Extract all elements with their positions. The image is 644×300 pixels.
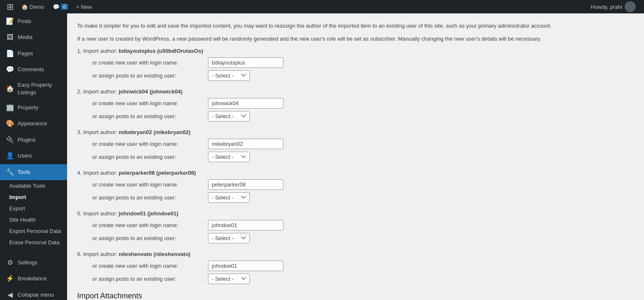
main-content: To make it simpler for you to edit and s… — [67, 13, 644, 300]
author-name-3: mikebryan02 (mikebryan02) — [119, 129, 190, 135]
author-3-create-input[interactable] — [208, 139, 283, 149]
sidebar-item-easy-property-listings[interactable]: 🏠 Easy Property Listings — [0, 78, 67, 100]
topbar-user: Howdy, prahi — [591, 1, 641, 12]
author-1-assign-row: or assign posts to an existing user: - S… — [77, 70, 634, 81]
author-1-create-input[interactable] — [208, 57, 283, 68]
comment-icon: 💬 — [53, 4, 60, 10]
avatar — [625, 1, 636, 12]
sidebar-item-tools-label: Tools — [18, 168, 30, 176]
author-2-create-row: or create new user with login name: — [77, 98, 634, 109]
author-title-2: 2. Import author: johnwick04 (johnwick04… — [77, 88, 634, 95]
author-2-create-label: or create new user with login name: — [92, 100, 205, 106]
author-2-assign-select[interactable]: - Select - — [208, 111, 250, 122]
author-5-assign-select[interactable]: - Select - — [208, 233, 250, 243]
sidebar-sub-available-tools[interactable]: Available Tools — [0, 180, 67, 191]
author-4-create-input[interactable] — [208, 179, 283, 190]
sidebar-item-easy-property-listings-label: Easy Property Listings — [18, 81, 63, 96]
sidebar-sub-export[interactable]: Export — [0, 203, 67, 214]
sidebar-item-settings[interactable]: ⚙ Settings — [0, 255, 67, 271]
sidebar-item-property[interactable]: 🏢 Property — [0, 100, 67, 116]
sidebar-item-appearance-label: Appearance — [18, 120, 47, 127]
author-3-create-row: or create new user with login name: — [77, 139, 634, 149]
sidebar: 📝 Posts 🖼 Media 📄 Pages 💬 Comments 🏠 Eas… — [0, 13, 67, 300]
sidebar-item-tools[interactable]: 🔧 Tools — [0, 164, 67, 180]
sidebar-item-settings-label: Settings — [18, 259, 37, 266]
sidebar-item-collapse-menu[interactable]: ◀ Collapse menu — [0, 287, 67, 300]
topbar-new-label: + New — [76, 4, 92, 10]
sidebar-item-property-label: Property — [18, 104, 38, 111]
author-6-assign-row: or assign posts to an existing user: - S… — [77, 274, 634, 284]
author-1-assign-select[interactable]: - Select - — [208, 70, 250, 81]
tools-icon: 🔧 — [6, 168, 14, 177]
author-3-assign-select[interactable]: - Select - — [208, 152, 250, 162]
author-1-create-label: or create new user with login name: — [92, 59, 205, 66]
author-4-create-label: or create new user with login name: — [92, 181, 205, 188]
author-5-assign-row: or assign posts to an existing user: - S… — [77, 233, 634, 243]
sidebar-item-breakdance-label: Breakdance — [18, 275, 47, 282]
author-name-2: johnwick04 (johnwick04) — [119, 88, 182, 95]
sidebar-item-breakdance[interactable]: ⚡ Breakdance — [0, 271, 67, 287]
info-text-1: To make it simpler for you to edit and s… — [77, 22, 634, 31]
sidebar-item-posts[interactable]: 📝 Posts — [0, 13, 67, 29]
author-block-6: 6. Import author: nileshenvato (nileshen… — [77, 251, 634, 284]
sidebar-sub-site-health[interactable]: Site Health — [0, 214, 67, 225]
sidebar-item-plugins-label: Plugins — [18, 136, 36, 144]
topbar-demo[interactable]: 🏠 Demo — [17, 0, 49, 13]
author-4-create-row: or create new user with login name: — [77, 179, 634, 190]
property-icon: 🏢 — [6, 103, 14, 112]
author-2-assign-row: or assign posts to an existing user: - S… — [77, 111, 634, 122]
posts-icon: 📝 — [6, 17, 14, 26]
topbar-comments[interactable]: 💬 0 — [49, 0, 72, 13]
import-attachments-section: Import Attachments Download and import f… — [77, 292, 634, 300]
sidebar-sub-import[interactable]: Import — [0, 191, 67, 203]
site-health-label: Site Health — [9, 217, 36, 223]
sidebar-item-media-label: Media — [18, 34, 32, 41]
topbar-demo-label: Demo — [30, 4, 44, 10]
erase-personal-data-label: Erase Personal Data — [9, 239, 60, 246]
sidebar-item-plugins[interactable]: 🔌 Plugins — [0, 132, 67, 148]
topbar-new[interactable]: + New — [72, 0, 96, 13]
import-attachments-title: Import Attachments — [77, 292, 634, 300]
sidebar-item-comments[interactable]: 💬 Comments — [0, 62, 67, 78]
author-6-create-input[interactable] — [208, 261, 283, 271]
topbar-user-label: Howdy, prahi — [591, 4, 622, 10]
author-5-create-row: or create new user with login name: — [77, 220, 634, 230]
sidebar-item-users-label: Users — [18, 152, 32, 160]
author-3-assign-row: or assign posts to an existing user: - S… — [77, 152, 634, 162]
comment-badge: 0 — [61, 4, 68, 10]
author-block-5: 5. Import author: johndoe01 (johndoe01) … — [77, 210, 634, 243]
available-tools-label: Available Tools — [9, 183, 45, 189]
export-label: Export — [9, 205, 25, 212]
sidebar-item-posts-label: Posts — [18, 18, 31, 25]
author-block-3: 3. Import author: mikebryan02 (mikebryan… — [77, 129, 634, 162]
author-4-assign-select[interactable]: - Select - — [208, 192, 250, 203]
author-title-1: 1. Import author: bdlayoutsplus (u50bdlO… — [77, 48, 634, 54]
import-label: Import — [9, 194, 26, 200]
author-5-create-input[interactable] — [208, 220, 283, 230]
author-name-4: peterparker08 (peterparker08) — [119, 170, 196, 176]
author-name-5: johndoe01 (johndoe01) — [119, 210, 178, 217]
author-3-assign-label: or assign posts to an existing user: — [92, 154, 205, 160]
sidebar-sub-export-personal-data[interactable]: Export Personal Data — [0, 225, 67, 237]
author-6-assign-select[interactable]: - Select - — [208, 274, 250, 284]
plugins-icon: 🔌 — [6, 135, 14, 145]
sidebar-item-appearance[interactable]: 🎨 Appearance — [0, 116, 67, 132]
author-name-1: bdlayoutsplus (u50bdlOrutasOs) — [119, 48, 203, 54]
settings-icon: ⚙ — [6, 258, 14, 267]
sidebar-item-collapse-label: Collapse menu — [18, 291, 54, 299]
author-3-create-label: or create new user with login name: — [92, 141, 205, 147]
author-4-assign-label: or assign posts to an existing user: — [92, 194, 205, 201]
pages-icon: 📄 — [6, 49, 14, 58]
export-personal-data-label: Export Personal Data — [9, 228, 61, 234]
easy-property-listings-icon: 🏠 — [6, 84, 14, 93]
sidebar-item-media[interactable]: 🖼 Media — [0, 29, 67, 45]
sidebar-item-pages[interactable]: 📄 Pages — [0, 46, 67, 62]
sidebar-item-users[interactable]: 👤 Users — [0, 148, 67, 164]
author-title-4: 4. Import author: peterparker08 (peterpa… — [77, 170, 634, 176]
users-icon: 👤 — [6, 151, 14, 160]
comments-icon: 💬 — [6, 65, 14, 74]
wp-logo-icon[interactable]: ⊞ — [3, 2, 17, 12]
sidebar-item-pages-label: Pages — [18, 50, 33, 57]
author-2-create-input[interactable] — [208, 98, 283, 109]
sidebar-sub-erase-personal-data[interactable]: Erase Personal Data — [0, 237, 67, 248]
